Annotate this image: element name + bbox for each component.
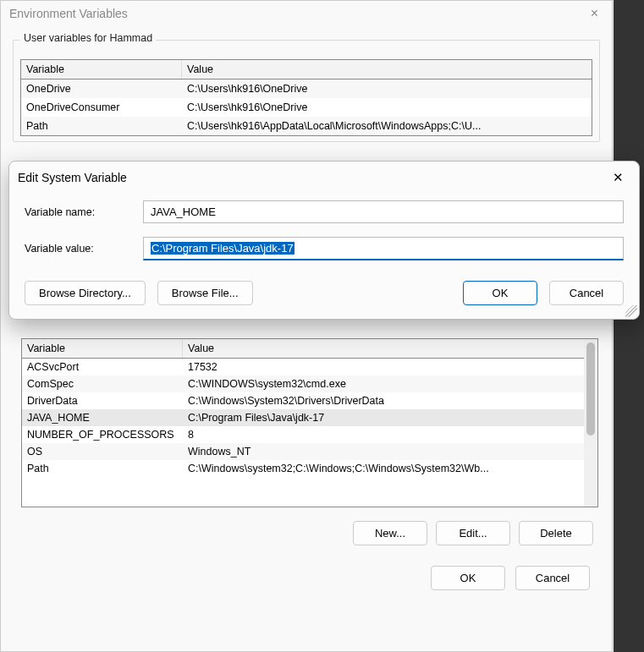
new-button[interactable]: New... [353, 521, 427, 545]
cancel-button[interactable]: Cancel [515, 566, 590, 590]
edit-button-row: Browse Directory... Browse File... OK Ca… [9, 267, 639, 319]
table-row[interactable]: OneDriveConsumer C:\Users\hk916\OneDrive [21, 98, 592, 117]
system-col-variable[interactable]: Variable [22, 339, 183, 358]
browse-file-button[interactable]: Browse File... [157, 281, 253, 305]
scrollbar[interactable] [584, 339, 597, 507]
table-row[interactable]: Path C:\Users\hk916\AppData\Local\Micros… [21, 117, 592, 135]
table-row[interactable]: JAVA_HOME C:\Program Files\Java\jdk-17 [22, 409, 584, 426]
variable-name-row: Variable name: [9, 194, 639, 230]
close-icon[interactable]: × [586, 6, 603, 21]
row-val: C:\Program Files\Java\jdk-17 [183, 409, 584, 426]
browse-directory-button[interactable]: Browse Directory... [25, 281, 146, 305]
dialog-button-row: OK Cancel [1, 554, 612, 590]
table-row[interactable]: ACSvcPort 17532 [22, 359, 584, 375]
background-strip [614, 0, 644, 652]
table-row[interactable]: OS Windows_NT [22, 443, 584, 460]
variable-name-input[interactable] [143, 200, 624, 223]
row-var: OneDriveConsumer [21, 100, 182, 115]
row-val: C:\Users\hk916\OneDrive [182, 81, 592, 96]
row-var: Path [22, 460, 183, 477]
row-var: Path [21, 118, 182, 134]
row-var: ACSvcPort [22, 359, 183, 375]
row-val: C:\WINDOWS\system32\cmd.exe [183, 375, 584, 392]
system-button-row: New... Edit... Delete [1, 512, 612, 554]
table-row[interactable]: DriverData C:\Windows\System32\Drivers\D… [22, 392, 584, 409]
resize-grip-icon[interactable] [625, 305, 637, 317]
user-table-body: OneDrive C:\Users\hk916\OneDrive OneDriv… [21, 79, 592, 135]
close-icon[interactable]: ✕ [606, 167, 630, 189]
selected-text: C:\Program Files\Java\jdk-17 [151, 242, 294, 255]
row-val: C:\Users\hk916\AppData\Local\Microsoft\W… [182, 118, 592, 134]
env-vars-titlebar: Environment Variables × [1, 1, 612, 25]
table-row[interactable]: OneDrive C:\Users\hk916\OneDrive [21, 79, 592, 98]
edit-variable-dialog: Edit System Variable ✕ Variable name: Va… [8, 161, 640, 320]
variable-value-label: Variable value: [25, 243, 135, 255]
user-col-value[interactable]: Value [182, 60, 592, 79]
env-vars-title: Environment Variables [9, 7, 128, 20]
row-var: OneDrive [21, 81, 182, 96]
variable-value-row: Variable value: C:\Program Files\Java\jd… [9, 230, 639, 267]
variable-value-input[interactable]: C:\Program Files\Java\jdk-17 [143, 237, 624, 260]
user-col-variable[interactable]: Variable [21, 60, 182, 79]
user-variables-group: User variables for Hammad Variable Value… [13, 40, 600, 142]
ok-button[interactable]: OK [463, 281, 537, 305]
row-val: C:\Users\hk916\OneDrive [182, 100, 592, 115]
env-vars-dialog: Environment Variables × User variables f… [0, 0, 613, 652]
system-table-body: ACSvcPort 17532 ComSpec C:\WINDOWS\syste… [22, 359, 584, 507]
scrollbar-thumb[interactable] [586, 342, 595, 436]
system-table-header: Variable Value [22, 339, 584, 359]
system-col-value[interactable]: Value [183, 339, 584, 358]
edit-button[interactable]: Edit... [436, 521, 510, 545]
row-val: 17532 [183, 359, 584, 375]
edit-titlebar: Edit System Variable ✕ [9, 162, 639, 194]
cancel-button[interactable]: Cancel [549, 281, 624, 305]
user-variables-table[interactable]: Variable Value OneDrive C:\Users\hk916\O… [20, 59, 592, 136]
row-val: C:\Windows\system32;C:\Windows;C:\Window… [183, 460, 584, 477]
row-var: ComSpec [22, 375, 183, 392]
row-val: 8 [183, 426, 584, 443]
table-row[interactable]: NUMBER_OF_PROCESSORS 8 [22, 426, 584, 443]
user-variables-label: User variables for Hammad [20, 32, 156, 44]
row-var: OS [22, 443, 183, 460]
table-row[interactable]: Path C:\Windows\system32;C:\Windows;C:\W… [22, 460, 584, 477]
variable-name-label: Variable name: [25, 206, 135, 218]
row-val: C:\Windows\System32\Drivers\DriverData [183, 392, 584, 409]
row-var: DriverData [22, 392, 183, 409]
delete-button[interactable]: Delete [519, 521, 593, 545]
edit-title: Edit System Variable [18, 171, 127, 184]
ok-button[interactable]: OK [431, 566, 505, 590]
row-var: JAVA_HOME [22, 409, 183, 426]
table-row[interactable]: ComSpec C:\WINDOWS\system32\cmd.exe [22, 375, 584, 392]
row-var: NUMBER_OF_PROCESSORS [22, 426, 183, 443]
user-table-header: Variable Value [21, 60, 592, 79]
system-variables-table[interactable]: Variable Value ACSvcPort 17532 ComSpec C… [21, 338, 598, 507]
row-val: Windows_NT [183, 443, 584, 460]
